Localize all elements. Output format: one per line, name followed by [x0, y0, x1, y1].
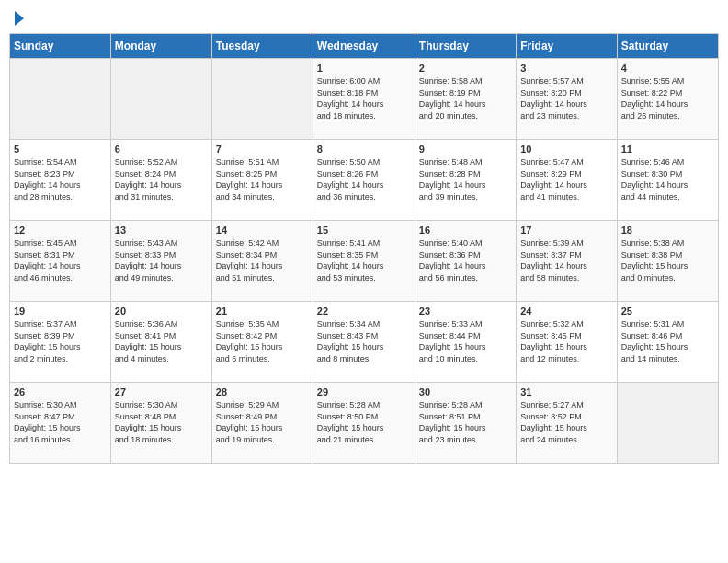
day-info: Sunrise: 5:30 AM Sunset: 8:48 PM Dayligh…: [115, 399, 208, 445]
day-number: 9: [419, 144, 512, 155]
day-info: Sunrise: 5:28 AM Sunset: 8:50 PM Dayligh…: [317, 399, 411, 445]
calendar-cell: 18Sunrise: 5:38 AM Sunset: 8:38 PM Dayli…: [617, 221, 718, 302]
day-number: 29: [317, 386, 411, 397]
day-number: 5: [14, 144, 107, 155]
calendar-cell: 19Sunrise: 5:37 AM Sunset: 8:39 PM Dayli…: [10, 302, 111, 383]
calendar-cell: 17Sunrise: 5:39 AM Sunset: 8:37 PM Dayli…: [517, 221, 617, 302]
day-info: Sunrise: 5:40 AM Sunset: 8:36 PM Dayligh…: [419, 237, 512, 283]
day-number: 13: [115, 224, 208, 236]
day-info: Sunrise: 6:00 AM Sunset: 8:18 PM Dayligh…: [317, 75, 411, 121]
day-info: Sunrise: 5:58 AM Sunset: 8:19 PM Dayligh…: [419, 75, 512, 121]
calendar-cell: 21Sunrise: 5:35 AM Sunset: 8:42 PM Dayli…: [211, 302, 313, 383]
day-number: 26: [14, 386, 107, 397]
calendar-cell: 16Sunrise: 5:40 AM Sunset: 8:36 PM Dayli…: [415, 221, 516, 302]
day-info: Sunrise: 5:48 AM Sunset: 8:28 PM Dayligh…: [419, 156, 512, 202]
calendar-cell: 30Sunrise: 5:28 AM Sunset: 8:51 PM Dayli…: [415, 383, 516, 464]
day-number: 28: [216, 386, 309, 397]
day-header-saturday: Saturday: [617, 34, 718, 59]
day-number: 6: [115, 144, 208, 155]
day-number: 8: [317, 144, 411, 155]
day-info: Sunrise: 5:41 AM Sunset: 8:35 PM Dayligh…: [317, 237, 411, 283]
day-number: 31: [520, 386, 612, 397]
day-number: 23: [419, 305, 512, 316]
calendar-body: 1Sunrise: 6:00 AM Sunset: 8:18 PM Daylig…: [10, 59, 719, 464]
calendar-week-2: 5Sunrise: 5:54 AM Sunset: 8:23 PM Daylig…: [10, 140, 719, 221]
day-number: 20: [115, 305, 208, 316]
calendar-cell: 13Sunrise: 5:43 AM Sunset: 8:33 PM Dayli…: [110, 221, 211, 302]
day-info: Sunrise: 5:42 AM Sunset: 8:34 PM Dayligh…: [216, 237, 309, 283]
day-header-thursday: Thursday: [415, 34, 516, 59]
day-info: Sunrise: 5:29 AM Sunset: 8:49 PM Dayligh…: [216, 399, 309, 445]
calendar-cell: 27Sunrise: 5:30 AM Sunset: 8:48 PM Dayli…: [110, 383, 211, 464]
calendar-cell: [617, 383, 718, 464]
day-number: 27: [115, 386, 208, 397]
calendar-cell: 4Sunrise: 5:55 AM Sunset: 8:22 PM Daylig…: [617, 59, 718, 140]
day-number: 3: [520, 63, 612, 74]
day-header-monday: Monday: [110, 34, 211, 59]
calendar-cell: 31Sunrise: 5:27 AM Sunset: 8:52 PM Dayli…: [517, 383, 617, 464]
calendar-week-4: 19Sunrise: 5:37 AM Sunset: 8:39 PM Dayli…: [10, 302, 719, 383]
calendar-cell: 10Sunrise: 5:47 AM Sunset: 8:29 PM Dayli…: [517, 140, 617, 221]
calendar-cell: 8Sunrise: 5:50 AM Sunset: 8:26 PM Daylig…: [313, 140, 415, 221]
day-number: 1: [317, 63, 411, 74]
day-info: Sunrise: 5:27 AM Sunset: 8:52 PM Dayligh…: [520, 399, 612, 445]
day-header-tuesday: Tuesday: [211, 34, 313, 59]
calendar-cell: 24Sunrise: 5:32 AM Sunset: 8:45 PM Dayli…: [517, 302, 617, 383]
day-number: 7: [216, 144, 309, 155]
calendar-cell: 3Sunrise: 5:57 AM Sunset: 8:20 PM Daylig…: [517, 59, 617, 140]
calendar-cell: 20Sunrise: 5:36 AM Sunset: 8:41 PM Dayli…: [110, 302, 211, 383]
day-info: Sunrise: 5:38 AM Sunset: 8:38 PM Dayligh…: [621, 237, 714, 283]
day-info: Sunrise: 5:33 AM Sunset: 8:44 PM Dayligh…: [419, 318, 512, 364]
calendar-cell: 29Sunrise: 5:28 AM Sunset: 8:50 PM Dayli…: [313, 383, 415, 464]
calendar-cell: 28Sunrise: 5:29 AM Sunset: 8:49 PM Dayli…: [211, 383, 313, 464]
day-number: 19: [14, 305, 107, 316]
calendar-cell: 5Sunrise: 5:54 AM Sunset: 8:23 PM Daylig…: [10, 140, 111, 221]
logo: [13, 9, 24, 26]
day-info: Sunrise: 5:45 AM Sunset: 8:31 PM Dayligh…: [14, 237, 107, 283]
day-number: 24: [520, 305, 612, 316]
calendar-cell: [10, 59, 111, 140]
calendar-cell: 1Sunrise: 6:00 AM Sunset: 8:18 PM Daylig…: [313, 59, 415, 140]
day-info: Sunrise: 5:52 AM Sunset: 8:24 PM Dayligh…: [115, 156, 208, 202]
calendar-cell: [110, 59, 211, 140]
calendar-cell: 25Sunrise: 5:31 AM Sunset: 8:46 PM Dayli…: [617, 302, 718, 383]
day-info: Sunrise: 5:30 AM Sunset: 8:47 PM Dayligh…: [14, 399, 107, 445]
calendar-cell: [211, 59, 313, 140]
day-header-wednesday: Wednesday: [313, 34, 415, 59]
day-number: 11: [621, 144, 714, 155]
day-info: Sunrise: 5:36 AM Sunset: 8:41 PM Dayligh…: [115, 318, 208, 364]
calendar-cell: 7Sunrise: 5:51 AM Sunset: 8:25 PM Daylig…: [211, 140, 313, 221]
day-info: Sunrise: 5:39 AM Sunset: 8:37 PM Dayligh…: [520, 237, 612, 283]
calendar-week-3: 12Sunrise: 5:45 AM Sunset: 8:31 PM Dayli…: [10, 221, 719, 302]
calendar-week-5: 26Sunrise: 5:30 AM Sunset: 8:47 PM Dayli…: [10, 383, 719, 464]
day-info: Sunrise: 5:55 AM Sunset: 8:22 PM Dayligh…: [621, 75, 714, 121]
day-info: Sunrise: 5:35 AM Sunset: 8:42 PM Dayligh…: [216, 318, 309, 364]
day-info: Sunrise: 5:28 AM Sunset: 8:51 PM Dayligh…: [419, 399, 512, 445]
calendar-cell: 15Sunrise: 5:41 AM Sunset: 8:35 PM Dayli…: [313, 221, 415, 302]
day-number: 25: [621, 305, 714, 316]
day-number: 12: [14, 224, 107, 236]
calendar-week-1: 1Sunrise: 6:00 AM Sunset: 8:18 PM Daylig…: [10, 59, 719, 140]
day-info: Sunrise: 5:43 AM Sunset: 8:33 PM Dayligh…: [115, 237, 208, 283]
calendar-header-row: SundayMondayTuesdayWednesdayThursdayFrid…: [10, 34, 719, 59]
day-number: 10: [520, 144, 612, 155]
day-info: Sunrise: 5:51 AM Sunset: 8:25 PM Dayligh…: [216, 156, 309, 202]
day-number: 17: [520, 224, 612, 236]
day-info: Sunrise: 5:32 AM Sunset: 8:45 PM Dayligh…: [520, 318, 612, 364]
day-number: 15: [317, 224, 411, 236]
day-number: 21: [216, 305, 309, 316]
day-info: Sunrise: 5:37 AM Sunset: 8:39 PM Dayligh…: [14, 318, 107, 364]
calendar-table: SundayMondayTuesdayWednesdayThursdayFrid…: [9, 33, 719, 464]
day-info: Sunrise: 5:31 AM Sunset: 8:46 PM Dayligh…: [621, 318, 714, 364]
day-number: 4: [621, 63, 714, 74]
day-info: Sunrise: 5:34 AM Sunset: 8:43 PM Dayligh…: [317, 318, 411, 364]
day-info: Sunrise: 5:46 AM Sunset: 8:30 PM Dayligh…: [621, 156, 714, 202]
calendar-cell: 26Sunrise: 5:30 AM Sunset: 8:47 PM Dayli…: [10, 383, 111, 464]
calendar-cell: 12Sunrise: 5:45 AM Sunset: 8:31 PM Dayli…: [10, 221, 111, 302]
day-number: 22: [317, 305, 411, 316]
calendar-cell: 23Sunrise: 5:33 AM Sunset: 8:44 PM Dayli…: [415, 302, 516, 383]
logo-text: [13, 9, 24, 26]
page-header: [9, 9, 719, 26]
calendar-cell: 11Sunrise: 5:46 AM Sunset: 8:30 PM Dayli…: [617, 140, 718, 221]
day-info: Sunrise: 5:57 AM Sunset: 8:20 PM Dayligh…: [520, 75, 612, 121]
